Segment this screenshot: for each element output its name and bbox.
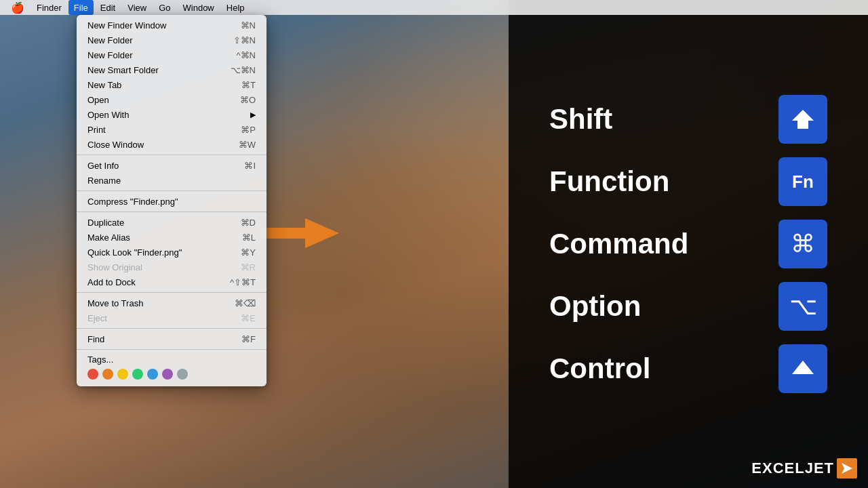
menu-new-folder-ctrl[interactable]: New Folder ^⌘N bbox=[77, 47, 267, 62]
tag-orange[interactable] bbox=[102, 369, 113, 380]
svg-marker-0 bbox=[264, 218, 339, 248]
menu-item-label: New Folder bbox=[87, 50, 132, 60]
control-label: Control bbox=[549, 352, 778, 385]
menu-item-label: Find bbox=[87, 334, 104, 344]
menu-show-original: Show Original ⌘R bbox=[77, 260, 267, 274]
menu-item-label: Get Info bbox=[87, 161, 119, 171]
menubar-window[interactable]: Window bbox=[178, 0, 220, 15]
menu-item-shortcut: ⌘T bbox=[241, 80, 256, 90]
function-row: Function Fn bbox=[549, 157, 827, 206]
menu-eject: Eject ⌘E bbox=[77, 310, 267, 325]
menu-item-shortcut: ⌘F bbox=[241, 334, 256, 344]
separator-2 bbox=[77, 190, 267, 191]
menu-compress[interactable]: Compress "Finder.png" bbox=[77, 194, 267, 209]
menu-item-label: Print bbox=[87, 125, 106, 135]
menu-item-label: Open bbox=[87, 95, 109, 105]
right-panel: Shift Function Fn Command ⌘ Option ⌥ Con… bbox=[509, 0, 868, 488]
tag-green[interactable] bbox=[132, 369, 143, 380]
menu-item-label: Rename bbox=[87, 176, 121, 186]
function-label: Function bbox=[549, 165, 778, 198]
tags-section: Tags... bbox=[77, 352, 267, 384]
exceljet-logo-icon bbox=[837, 458, 857, 479]
menu-item-shortcut: ⌘P bbox=[241, 125, 256, 135]
menu-item-shortcut: ⌘D bbox=[241, 218, 256, 228]
menu-item-label: Quick Look "Finder.png" bbox=[87, 247, 182, 258]
tags-label[interactable]: Tags... bbox=[87, 354, 256, 365]
menu-item-label: Show Original bbox=[87, 262, 142, 272]
control-row: Control bbox=[549, 344, 827, 393]
svg-marker-1 bbox=[792, 110, 814, 129]
menubar-finder[interactable]: Finder bbox=[31, 0, 67, 15]
shift-icon bbox=[778, 95, 827, 144]
menu-new-finder-window[interactable]: New Finder Window ⌘N bbox=[77, 18, 267, 33]
menu-item-label: New Finder Window bbox=[87, 20, 166, 30]
orange-arrow-icon bbox=[264, 218, 339, 248]
separator-3 bbox=[77, 211, 267, 212]
menu-item-label: Move to Trash bbox=[87, 298, 143, 308]
tag-yellow[interactable] bbox=[117, 369, 128, 380]
option-label: Option bbox=[549, 290, 778, 323]
tag-blue[interactable] bbox=[147, 369, 158, 380]
exceljet-branding: EXCELJET bbox=[751, 458, 857, 479]
fn-icon: Fn bbox=[778, 157, 827, 206]
control-icon bbox=[778, 344, 827, 393]
menu-item-shortcut: ⇧⌘N bbox=[233, 35, 256, 45]
exceljet-text: EXCELJET bbox=[751, 460, 834, 477]
option-icon: ⌥ bbox=[778, 282, 827, 331]
menu-add-to-dock[interactable]: Add to Dock ^⇧⌘T bbox=[77, 274, 267, 289]
tag-purple[interactable] bbox=[162, 369, 173, 380]
shift-label: Shift bbox=[549, 103, 778, 136]
menu-find[interactable]: Find ⌘F bbox=[77, 331, 267, 346]
menubar-file[interactable]: File bbox=[68, 0, 94, 15]
separator-1 bbox=[77, 155, 267, 155]
command-icon: ⌘ bbox=[778, 220, 827, 268]
tag-gray[interactable] bbox=[177, 369, 188, 380]
menu-open-with[interactable]: Open With ▶ bbox=[77, 107, 267, 122]
separator-4 bbox=[77, 292, 267, 293]
svg-marker-2 bbox=[792, 361, 814, 374]
apple-menu[interactable]: 🍎 bbox=[5, 0, 30, 15]
separator-6 bbox=[77, 349, 267, 350]
menu-item-label: Open With bbox=[87, 110, 129, 120]
menubar-go[interactable]: Go bbox=[153, 0, 176, 15]
svg-marker-3 bbox=[842, 463, 852, 474]
menu-make-alias[interactable]: Make Alias ⌘L bbox=[77, 230, 267, 245]
menu-get-info[interactable]: Get Info ⌘I bbox=[77, 158, 267, 173]
menu-open[interactable]: Open ⌘O bbox=[77, 92, 267, 107]
menu-quick-look[interactable]: Quick Look "Finder.png" ⌘Y bbox=[77, 245, 267, 260]
menu-close-window[interactable]: Close Window ⌘W bbox=[77, 137, 267, 152]
menubar-edit[interactable]: Edit bbox=[95, 0, 121, 15]
menu-item-label: Duplicate bbox=[87, 218, 124, 228]
menu-item-label: New Tab bbox=[87, 80, 121, 90]
option-row: Option ⌥ bbox=[549, 282, 827, 331]
menu-item-shortcut: ⌘W bbox=[239, 140, 256, 150]
menu-print[interactable]: Print ⌘P bbox=[77, 122, 267, 137]
menu-new-tab[interactable]: New Tab ⌘T bbox=[77, 77, 267, 92]
submenu-arrow-icon: ▶ bbox=[250, 110, 256, 119]
menu-item-shortcut: ⌘R bbox=[241, 262, 256, 272]
menubar-help[interactable]: Help bbox=[221, 0, 250, 15]
tag-red[interactable] bbox=[87, 369, 98, 380]
menu-item-shortcut: ⌘L bbox=[242, 232, 256, 243]
menu-item-shortcut: ^⌘N bbox=[237, 50, 256, 60]
menu-item-shortcut: ⌥⌘N bbox=[231, 65, 256, 75]
menu-duplicate[interactable]: Duplicate ⌘D bbox=[77, 215, 267, 230]
tags-color-dots bbox=[87, 369, 256, 380]
menu-item-shortcut: ⌘Y bbox=[241, 247, 256, 258]
menu-item-shortcut: ^⇧⌘T bbox=[230, 277, 256, 287]
menubar-view[interactable]: View bbox=[122, 0, 152, 15]
separator-5 bbox=[77, 328, 267, 329]
menu-item-shortcut: ⌘O bbox=[240, 95, 256, 105]
menu-item-label: New Folder bbox=[87, 35, 132, 45]
menubar: 🍎 Finder File Edit View Go Window Help bbox=[0, 0, 868, 15]
menu-move-to-trash[interactable]: Move to Trash ⌘⌫ bbox=[77, 296, 267, 310]
menu-item-shortcut: ⌘E bbox=[241, 313, 256, 323]
shift-row: Shift bbox=[549, 95, 827, 144]
menu-new-folder-shift[interactable]: New Folder ⇧⌘N bbox=[77, 33, 267, 47]
menu-item-label: Compress "Finder.png" bbox=[87, 197, 178, 207]
menu-item-shortcut: ⌘I bbox=[244, 161, 256, 171]
menu-rename[interactable]: Rename bbox=[77, 173, 267, 188]
menu-new-smart-folder[interactable]: New Smart Folder ⌥⌘N bbox=[77, 62, 267, 77]
command-label: Command bbox=[549, 228, 778, 260]
menu-item-label: New Smart Folder bbox=[87, 65, 159, 75]
